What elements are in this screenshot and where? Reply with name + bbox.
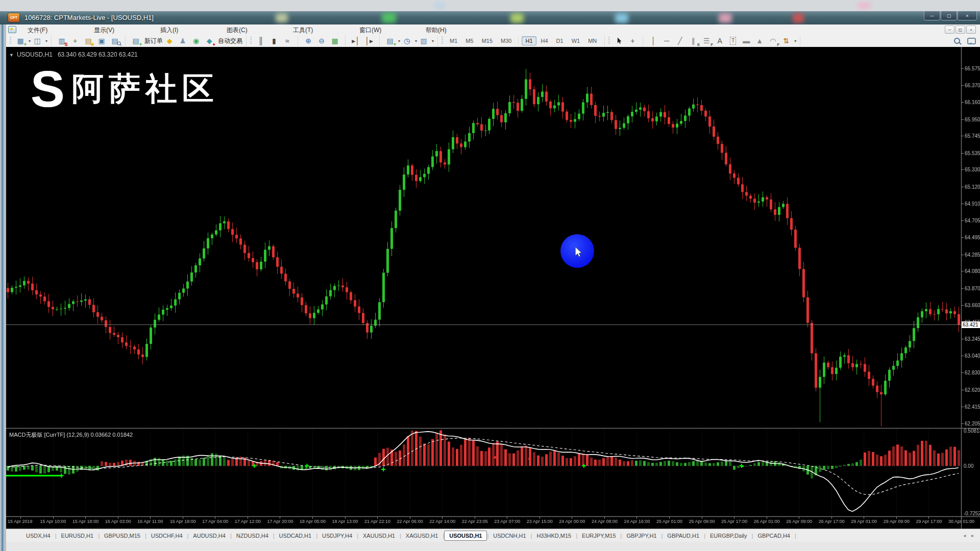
zoom-out-icon: ⊖	[318, 37, 325, 44]
timeframe-m15-button[interactable]: M15	[478, 36, 496, 45]
arrows-tool-caret[interactable]: ▾	[794, 39, 796, 43]
menu-item-6[interactable]: 帮助(H)	[426, 26, 452, 35]
tab-gbpaud-h1[interactable]: GBPAUD,H1	[663, 531, 704, 540]
menu-item-0[interactable]: 文件(F)	[28, 26, 54, 35]
terminal-button[interactable]: ▣	[96, 35, 107, 46]
zoom-in-button[interactable]: ⊕	[303, 35, 314, 46]
cursor-tool[interactable]	[614, 35, 625, 46]
crosshair-tool[interactable]: +	[627, 35, 638, 46]
metaeditor-button[interactable]: ◆	[164, 35, 175, 46]
tab-gbpjpy-h1[interactable]: GBPJPY,H1	[622, 531, 661, 540]
fibonacci-tool[interactable]: ☰F	[701, 35, 712, 46]
tab-usousd-h1[interactable]: USOUSD,H1	[444, 531, 487, 541]
trendline-tool[interactable]: ╱	[674, 35, 685, 46]
time-axis-label: 21 Apr 22:10	[364, 519, 390, 524]
indicators-button-caret[interactable]: ▾	[398, 39, 400, 43]
templates-button[interactable]: ▨	[418, 35, 429, 46]
signals-button[interactable]: ◉	[190, 35, 202, 46]
mdi-minimize-button[interactable]: ─	[945, 26, 954, 34]
zoom-out-button[interactable]: ⊖	[316, 35, 327, 46]
tile-windows-button[interactable]: ▦	[329, 35, 340, 46]
timeframe-h4-button[interactable]: H4	[537, 36, 552, 45]
text-label-tool[interactable]: T	[727, 35, 739, 46]
timeframe-d1-button[interactable]: D1	[553, 36, 567, 45]
menu-item-2[interactable]: 插入(I)	[160, 26, 187, 35]
periods-button[interactable]: ◷	[401, 35, 412, 46]
timeframe-w1-button[interactable]: W1	[568, 36, 584, 45]
time-axis-label: 22 Apr 23:05	[462, 519, 488, 524]
tab-xagusd-h1[interactable]: XAGUSD,H1	[401, 531, 443, 540]
time-axis-label: 29 Apr 17:00	[916, 519, 942, 524]
text-tool[interactable]: A	[714, 35, 725, 46]
profiles-button[interactable]: ◫	[32, 35, 43, 46]
menu-item-5[interactable]: 窗口(W)	[359, 26, 386, 35]
new-order-icon: ▤	[132, 37, 139, 44]
strategy-tester-button[interactable]: ▤	[109, 35, 120, 46]
maximize-button[interactable]: ▢	[941, 11, 957, 20]
tab-eurgbp-daily[interactable]: EURGBP,Daily	[705, 531, 752, 540]
autotrading-button-label[interactable]: 自动交易	[218, 37, 242, 45]
new-order-button[interactable]: ▤+	[130, 35, 141, 46]
new-chart-button-caret[interactable]: ▾	[29, 39, 31, 43]
vertical-line-tool[interactable]: │	[648, 35, 659, 46]
auto-scroll-button[interactable]: ▸│	[350, 35, 361, 46]
timeframe-m30-button[interactable]: M30	[497, 36, 515, 45]
close-button[interactable]: ×	[958, 11, 977, 20]
tab-scroll-arrows[interactable]: ◂ ▸	[963, 533, 976, 538]
chart-canvas[interactable]	[6, 47, 980, 529]
horizontal-line-tool[interactable]: ─	[661, 35, 672, 46]
arrows-tool[interactable]: ⇅	[780, 35, 792, 46]
timeframe-m5-button[interactable]: M5	[462, 36, 477, 45]
menu-item-1[interactable]: 显示(V)	[94, 26, 120, 35]
indicators-button[interactable]: ▤+	[384, 35, 396, 46]
line-chart-button[interactable]: ≈	[282, 35, 293, 46]
tab-gbpusd-m15[interactable]: GBPUSD,M15	[100, 531, 145, 540]
window-title: 1066728: CPTMarkets-Live - [USOUSD,H1]	[24, 14, 154, 21]
chevron-down-icon[interactable]: ▼	[9, 53, 14, 58]
tab-gbpcad-h4[interactable]: GBPCAD,H4	[753, 531, 795, 540]
periods-button-caret[interactable]: ▾	[415, 39, 417, 43]
templates-button-caret[interactable]: ▾	[432, 39, 434, 43]
search-icon[interactable]	[954, 38, 960, 44]
timeframe-m1-button[interactable]: M1	[446, 36, 461, 45]
tab-usdx-h4[interactable]: USDX,H4	[21, 531, 55, 540]
auto-scroll-icon: ▸│	[352, 37, 360, 44]
triangle-tool[interactable]: ▲	[754, 35, 765, 46]
window-titlebar: CPT 1066728: CPTMarkets-Live - [USOUSD,H…	[0, 11, 980, 24]
candlestick-chart-button[interactable]: ▮	[268, 35, 280, 46]
profiles-button-caret[interactable]: ▾	[45, 39, 47, 43]
minimize-button[interactable]: ─	[924, 11, 940, 20]
tab-usdjpy-h4[interactable]: USDJPY,H4	[317, 531, 357, 540]
navigator-button[interactable]: ▤★	[83, 35, 94, 46]
timeframe-h1-button[interactable]: H1	[522, 36, 536, 45]
tab-usdcnh-h1[interactable]: USDCNH,H1	[488, 531, 530, 540]
tab-usdchf-h4[interactable]: USDCHF,H4	[146, 531, 187, 540]
menu-item-3[interactable]: 图表(C)	[227, 26, 253, 35]
new-chart-button[interactable]: ▦+	[15, 35, 26, 46]
market-watch-button[interactable]: ▥⇅	[56, 35, 67, 46]
timeframe-mn-button[interactable]: MN	[584, 36, 600, 45]
arc-tool[interactable]: ◠F	[767, 35, 778, 46]
chart-shift-button[interactable]: │▸	[363, 35, 375, 46]
tab-eurusd-h1[interactable]: EURUSD,H1	[57, 531, 99, 540]
tab-h33hkd-m15[interactable]: H33HKD,M15	[532, 531, 576, 540]
time-axis-label: 16 Apr 11:00	[137, 519, 163, 524]
tab-audusd-h4[interactable]: AUDUSD,H4	[188, 531, 230, 540]
chat-icon[interactable]	[967, 38, 976, 44]
tab-usdcad-h1[interactable]: USDCAD,H1	[275, 531, 316, 540]
window-left-border	[0, 24, 6, 551]
mdi-close-button[interactable]: ×	[966, 26, 976, 34]
bar-chart-button[interactable]: ║	[255, 35, 266, 46]
tab-nzdusd-h4[interactable]: NZDUSD,H4	[232, 531, 273, 540]
menu-item-4[interactable]: 工具(T)	[293, 26, 320, 35]
channel-tool[interactable]: ∥E	[688, 35, 699, 46]
rectangle-tool[interactable]: ▬	[741, 35, 752, 46]
tab-eurjpy-m15[interactable]: EURJPY,M15	[577, 531, 620, 540]
autotrading-button[interactable]: ◆●	[204, 35, 215, 46]
experts-button[interactable]: ♟	[177, 35, 188, 46]
new-order-button-label[interactable]: 新订单	[144, 37, 163, 45]
tab-xauusd-h1[interactable]: XAUUSD,H1	[358, 531, 400, 540]
mdi-restore-button[interactable]: ◱	[955, 26, 965, 34]
menu-bar: 文件(F)显示(V)插入(I)图表(C)工具(T)窗口(W)帮助(H) ─◱×	[6, 24, 980, 35]
data-window-button[interactable]: +	[69, 35, 81, 46]
